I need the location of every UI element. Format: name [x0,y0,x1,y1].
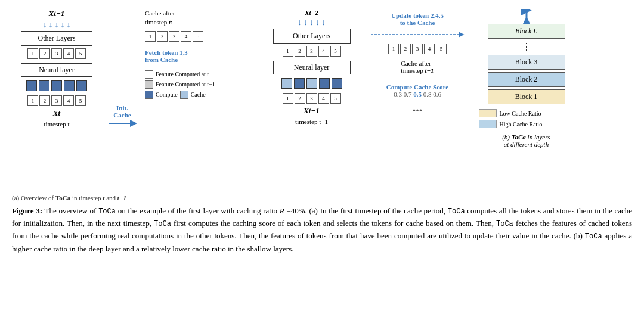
section-xt1: Xt−1 ↓ ↓ ↓ ↓ ↓ Other Layers 1 2 3 4 5 Ne… [9,6,104,191]
token-3: 3 [51,48,62,59]
low-cache-label: Low Cache Ratio [500,110,541,117]
init-arrow-svg [107,119,137,128]
icon-cache-1 [281,78,292,89]
token-2: 2 [39,48,50,59]
cache-t5: 5 [193,31,203,42]
ratio-high: High Cache Ratio [479,120,574,128]
cache-t2: 2 [157,31,168,42]
block-stack: Block L ⋮ Block 3 Block 2 Block 1 [488,24,565,104]
block-dots: ⋮ [522,41,531,52]
cache-score-label: Compute Cache Score [386,83,448,91]
cache-after-label: Cache aftertimestep t: [145,9,175,27]
legend-feat-t-label: Feature Computed at t [156,71,209,77]
legend-compute: Compute Cache [145,91,215,99]
ratio-low: Low Cache Ratio [479,109,574,117]
block-l: Block L [488,24,565,39]
xt-label: Xt [53,108,60,118]
ellipsis: ··· [413,103,423,118]
token-row-xt1: 1 2 3 4 5 [27,48,86,59]
legend-feat-t1-label: Feature Computed at t−1 [156,81,215,88]
block-3: Block 3 [488,55,565,70]
section-cache: Cache aftertimestep t: 1 2 3 4 5 Fetch t… [140,6,259,191]
icon-3 [51,80,62,91]
section-blocks: Block L ⋮ Block 3 Block 2 Block 1 Low Ca… [471,6,581,191]
block-2: Block 2 [488,72,565,87]
update-score-section: Update token 2,4,5to the Cache 1 2 3 4 5… [364,6,471,191]
score-values: 0.3 0.7 0.5 0.8 0.6 [394,91,441,98]
token-4: 4 [63,48,74,59]
icon-comp-2 [294,78,305,89]
token-1: 1 [27,48,38,59]
figure-label: Figure 3: [12,206,42,215]
high-cache-label: High Cache Ratio [500,121,543,128]
section-xt2: Xt−2 ↓ ↓ ↓ ↓ ↓ Other Layers 1 2 3 4 5 Ne… [259,6,364,191]
token-row-xt2: 1 2 3 4 5 [283,46,341,57]
timestep-t-label: timestep t [44,120,69,128]
legend-feat-t: Feature Computed at t [145,70,215,79]
legend-sq-light-blue [180,91,188,99]
cache-token-row: 1 2 3 4 5 [145,31,203,42]
update-label: Update token 2,4,5to the Cache [391,12,444,26]
icon-row-right [281,78,342,89]
xt1-b-label: Xt−1 [304,106,320,116]
cache-t4: 4 [181,31,191,42]
icon-5 [76,80,87,91]
xt2-title: Xt−2 [305,9,318,16]
icon-2 [39,80,49,91]
diagram-area: Xt−1 ↓ ↓ ↓ ↓ ↓ Other Layers 1 2 3 4 5 Ne… [9,6,635,191]
figure-text: Figure 3: The overview of ToCa on the ex… [9,205,635,255]
init-label: Init.Cache [113,104,131,119]
caption-area: (a) Overview of ToCa in timestep t and t… [9,194,635,201]
legend-sq-blue [145,91,153,99]
main-container: Xt−1 ↓ ↓ ↓ ↓ ↓ Other Layers 1 2 3 4 5 Ne… [0,0,644,261]
caption-b: (b) ToCa in layersat different depth [502,133,550,148]
block-top-arrow [488,9,565,24]
ratio-box-low [479,109,497,117]
timestep-t1-label: timestep t−1 [295,118,328,125]
token-5: 5 [75,48,86,59]
other-layers-box-left: Other Layers [21,31,92,46]
neural-layer-right: Neural layer [273,61,351,74]
icon-comp-5 [332,78,342,89]
update-arrow-svg [370,29,465,41]
legend-cache-label: Cache [191,91,206,98]
legend-compute-label: Compute [156,91,178,98]
cache-after-t1-label: Cache aftertimestep t−1 [401,60,434,74]
legend-area: Feature Computed at t Feature Computed a… [145,70,215,101]
legend-sq-gray [145,80,153,89]
icon-comp-4 [319,78,330,89]
legend-sq-white [145,70,153,79]
caption-a: (a) Overview of ToCa in timestep t and t… [12,194,126,201]
ratio-box-high [479,120,497,128]
xt1-title: Xt−1 [49,9,65,18]
icon-cache-3 [306,78,317,89]
init-cache-arrow: Init.Cache [104,6,140,191]
cache-t3: 3 [169,31,179,42]
icon-row-left [26,80,87,91]
icon-1 [26,80,37,91]
icon-4 [64,80,75,91]
other-layers-box-right: Other Layers [273,29,351,44]
block-1: Block 1 [488,89,565,104]
ratio-legend: Low Cache Ratio High Cache Ratio [479,109,574,131]
legend-feat-t1: Feature Computed at t−1 [145,80,215,89]
fetch-label: Fetch token 1,3from Cache [145,49,188,63]
cache-t1: 1 [145,31,156,42]
neural-layer-left: Neural layer [21,63,92,77]
